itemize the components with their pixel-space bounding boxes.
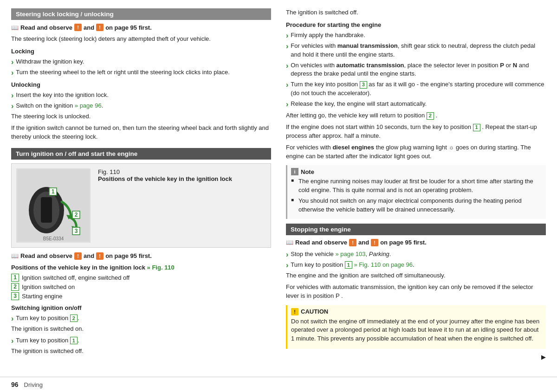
proc-item-4: Turn the key into position 3 as far as i… (286, 80, 546, 98)
procedure-label: Procedure for starting the engine (286, 21, 546, 30)
pos-1-not-start: 1 (473, 124, 480, 131)
proc-item-2: For vehicles with manual transmission, s… (286, 42, 546, 59)
steering-lock-unlocked: The steering lock is unlocked. (11, 112, 271, 121)
engine-ignition-off: The engine and the ignition are switched… (286, 271, 546, 280)
ignition-section: Turn ignition on / off and start the eng… (11, 148, 271, 356)
pos-3-box: 3 (11, 292, 19, 300)
caution-box: ! CAUTION Do not switch the engine off i… (286, 305, 546, 349)
book-icon-3: 📖 (286, 239, 293, 246)
svg-rect-3 (41, 197, 52, 223)
warn-icon-1: ! (74, 24, 82, 31)
auto-trans-text: For vehicles with automatic transmission… (286, 283, 546, 301)
steering-lock-header: Steering lock locking / unlocking (11, 8, 271, 20)
note-item-2: You should not switch on any major elect… (291, 197, 542, 214)
note-item-1: The engine running noises may louder at … (291, 177, 542, 195)
unlocking-label: Unlocking (11, 81, 271, 90)
positions-label: Positions of the vehicle key in the igni… (11, 263, 271, 272)
left-column: Steering lock locking / unlocking 📖 Read… (11, 8, 271, 372)
pos-3-proc: 3 (360, 81, 367, 89)
pos-1-stop: 1 (345, 261, 352, 269)
figure-110-box: 1 2 3 B5E-0334 Fig. 110 Positions of the… (11, 163, 271, 248)
pos-1-box: 1 (11, 274, 19, 282)
warn-icon-4: ! (96, 252, 104, 260)
stopping-section: Stopping the engine 📖 Read and observe !… (286, 224, 546, 360)
engine-not-start: If the engine does not start within 10 s… (286, 123, 546, 141)
key-diagram-svg: 1 2 3 (18, 169, 90, 241)
stopping-read-observe: 📖 Read and observe ! and ! on page 95 fi… (286, 239, 546, 246)
warn-icon-5: ! (349, 239, 356, 246)
steering-lock-intro: The steering lock (steering lock) deters… (11, 35, 271, 44)
pos-1-inline: 1 (70, 337, 78, 344)
note-box: i Note The engine running noises may lou… (286, 165, 546, 218)
key-pos-1: 1 Ignition switched off, engine switched… (11, 274, 271, 282)
figure-caption: Fig. 110 Positions of the vehicle key in… (98, 168, 232, 182)
fig-110-stop-link[interactable]: » Fig. 110 on page 96 (354, 261, 413, 268)
switching-label: Switching ignition on/off (11, 304, 271, 313)
warn-icon-6: ! (371, 239, 378, 246)
ignition-off-top: The ignition is switched off. (286, 8, 546, 17)
locking-item-1: Withdraw the ignition key. (11, 58, 271, 66)
caution-text: Do not switch the engine off immediately… (291, 317, 542, 344)
unlocking-item-1: Insert the key into the ignition lock. (11, 91, 271, 100)
unlocking-item-2: Switch on the ignition » page 96. (11, 102, 271, 110)
diesel-text: For vehicles with diesel engines the glo… (286, 143, 546, 161)
columns: Steering lock locking / unlocking 📖 Read… (0, 8, 557, 372)
turn-to-2: Turn key to position 2. (11, 314, 271, 323)
ignition-section-header: Turn ignition on / off and start the eng… (11, 148, 271, 160)
svg-text:1: 1 (51, 188, 54, 195)
proc-item-5: Release the key, the engine will start a… (286, 100, 546, 109)
page: Steering lock locking / unlocking 📖 Read… (0, 0, 557, 392)
fig-110-link[interactable]: » Fig. 110 (147, 264, 175, 271)
ignition-read-observe: 📖 Read and observe ! and ! on page 95 fi… (11, 252, 271, 260)
turn-to-1: Turn key to position 1. (11, 336, 271, 345)
pos-2-return: 2 (427, 112, 434, 120)
stopping-header: Stopping the engine (286, 224, 546, 235)
right-column: The ignition is switched off. Procedure … (286, 8, 546, 372)
book-icon: 📖 (11, 24, 19, 31)
page-103-link[interactable]: » page 103 (335, 251, 365, 257)
steering-lock-section: Steering lock locking / unlocking 📖 Read… (11, 8, 271, 141)
pos-2-inline: 2 (70, 315, 78, 322)
caution-header: ! CAUTION (291, 308, 542, 315)
proc-item-3: On vehicles with automatic transmission,… (286, 61, 546, 79)
ignition-on-text: The ignition is switched on. (11, 325, 271, 334)
key-positions-list: 1 Ignition switched off, engine switched… (11, 274, 271, 300)
note-icon: i (291, 168, 298, 175)
proc-item-1: Firmly apply the handbrake. (286, 31, 546, 40)
warn-icon-2: ! (96, 24, 104, 31)
page-96-link[interactable]: » page 96 (75, 102, 102, 109)
next-arrow: ▶ (286, 353, 546, 360)
fig-code: B5E-0334 (43, 236, 64, 241)
caution-icon: ! (291, 308, 298, 315)
steering-lock-read-observe: 📖 Read and observe ! and ! on page 95 fi… (11, 24, 271, 31)
locking-item-2: Turn the steering wheel to the left or r… (11, 68, 271, 77)
warn-icon-3: ! (74, 252, 82, 260)
stopping-item-1: Stop the vehicle » page 103, Parking. (286, 250, 546, 259)
locking-label: Locking (11, 47, 271, 56)
page-section: Driving (24, 381, 43, 388)
ignition-off-text: The ignition is switched off. (11, 347, 271, 356)
svg-text:3: 3 (74, 228, 78, 234)
book-icon-2: 📖 (11, 252, 19, 259)
page-footer: 96 Driving (0, 377, 557, 392)
key-pos-3: 3 Starting engine (11, 292, 271, 300)
page-number: 96 (11, 381, 19, 388)
svg-text:2: 2 (74, 212, 78, 218)
key-pos-2: 2 Ignition switched on (11, 283, 271, 291)
note-header: i Note (291, 168, 542, 175)
stopping-item-2: Turn key to position 1 » Fig. 110 on pag… (286, 261, 546, 270)
cannot-turn-text: If the ignition switch cannot be turned … (11, 124, 271, 141)
figure-110-image: 1 2 3 B5E-0334 (16, 168, 91, 243)
after-letting-go: After letting go, the vehicle key will r… (286, 111, 546, 120)
pos-2-box: 2 (11, 283, 19, 291)
